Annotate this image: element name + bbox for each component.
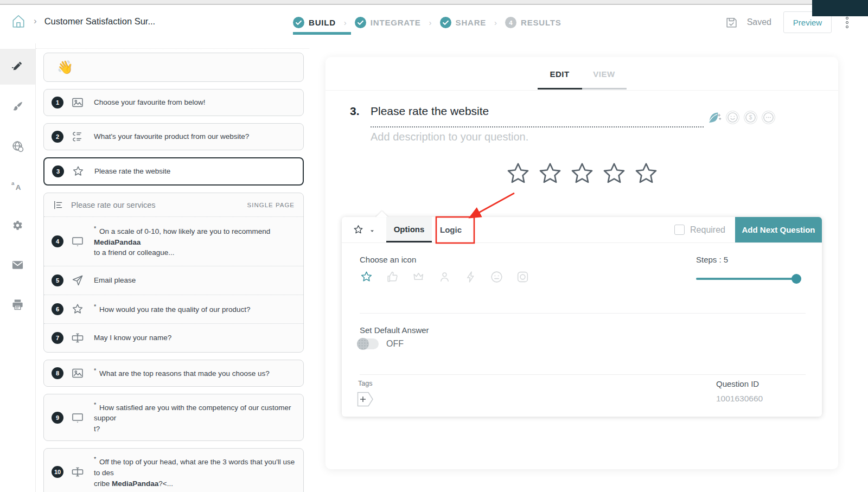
rating-star-icon[interactable] [570, 161, 595, 188]
question-group: Please rate our servicesSINGLE PAGE4* On… [43, 193, 304, 353]
breadcrumb-separator-icon: › [34, 16, 37, 27]
svg-text:4: 4 [509, 19, 513, 25]
question-card-3[interactable]: 3Please rate the website [43, 157, 304, 186]
question-card-5[interactable]: 5Email please [44, 266, 303, 295]
question-card-2[interactable]: 2What's your favourite product from our … [43, 123, 304, 150]
question-number-badge: 9 [52, 412, 63, 424]
lightning-option-icon[interactable] [464, 270, 477, 284]
person-option-icon[interactable] [438, 270, 451, 284]
question-card-10[interactable]: 10* Off the top of your head, what are t… [43, 448, 304, 492]
tab-edit[interactable]: EDIT [538, 69, 582, 90]
pencil-icon [11, 61, 24, 73]
question-card-9[interactable]: 9* How satisfied are you with the compet… [43, 394, 304, 442]
paintbrush-icon [11, 100, 24, 113]
default-answer-toggle[interactable] [357, 338, 379, 349]
question-text: * On a scale of 0-10, how likely are you… [94, 225, 296, 258]
tabs-divider [326, 90, 838, 91]
rating-star-icon[interactable] [634, 161, 659, 188]
question-description-placeholder[interactable]: Add description to your question. [371, 131, 528, 143]
question-text: * What are the top reasons that made you… [94, 367, 270, 379]
circle-box-option-icon[interactable] [516, 270, 529, 284]
active-step-underline [293, 32, 351, 35]
required-asterisk: * [94, 225, 96, 232]
rating-star-icon[interactable] [538, 161, 563, 188]
icon-options-row [360, 270, 529, 284]
required-asterisk: * [94, 367, 96, 374]
question-card-8[interactable]: 8* What are the top reasons that made yo… [43, 360, 304, 387]
editor-card: EDITVIEW 3. Please rate the website Add … [326, 57, 838, 469]
home-icon[interactable] [11, 14, 26, 29]
steps-label: Steps : 5 [696, 255, 728, 264]
slider-track [696, 278, 800, 280]
question-number-badge: 5 [52, 274, 63, 286]
step-share[interactable]: SHARE [440, 17, 487, 28]
panel-divider [360, 374, 806, 375]
printer-icon [11, 298, 24, 311]
required-toggle[interactable]: Required [674, 217, 725, 242]
steps-slider[interactable] [696, 274, 800, 284]
question-toolbar-icons: $ [707, 110, 775, 125]
question-card-7[interactable]: 7May I know your name? [44, 323, 303, 352]
survey-builder-screen: › Customer Satisfaction Sur... BUILD›INT… [0, 0, 868, 492]
add-tag-button[interactable] [357, 392, 374, 407]
panel-tab-logic[interactable]: Logic [432, 217, 470, 242]
question-settings-panel: OptionsLogic Required Add Next Question … [342, 217, 822, 417]
step-separator-icon: › [344, 18, 347, 27]
list-divider [36, 48, 309, 49]
save-status-label: Saved [747, 17, 771, 27]
tab-view[interactable]: VIEW [582, 69, 627, 90]
monitor-icon [71, 411, 84, 424]
step-results[interactable]: 4RESULTS [505, 17, 561, 28]
rail-item-printer[interactable] [0, 286, 35, 322]
rail-item-pencil[interactable] [0, 49, 35, 85]
smiley-icon[interactable] [726, 111, 739, 124]
crown-option-icon[interactable] [412, 270, 425, 284]
group-header[interactable]: Please rate our servicesSINGLE PAGE [44, 193, 303, 216]
rail-item-gear[interactable] [0, 207, 35, 243]
add-next-question-button[interactable]: Add Next Question [735, 217, 822, 242]
tags-label: Tags [358, 380, 372, 387]
question-card-1[interactable]: 1Choose your favourite from below! [43, 89, 304, 116]
step-integrate[interactable]: INTEGRATE [355, 17, 421, 28]
rail-item-globe[interactable] [0, 128, 35, 164]
rating-star-icon[interactable] [602, 161, 627, 188]
question-text: * Off the top of your head, what are the… [94, 455, 296, 489]
more-icon[interactable] [762, 111, 775, 124]
step-build[interactable]: BUILD [293, 17, 336, 28]
question-title-input[interactable]: Please rate the website [371, 105, 704, 127]
meh-smiley-option-icon[interactable] [490, 270, 503, 284]
question-text: * How would you rate the quality of our … [94, 303, 250, 315]
panel-tab-options[interactable]: Options [386, 217, 432, 242]
single-page-badge: SINGLE PAGE [247, 202, 295, 208]
survey-title[interactable]: Customer Satisfaction Sur... [44, 16, 156, 27]
question-card-6[interactable]: 6* How would you rate the quality of our… [44, 295, 303, 323]
required-asterisk: * [94, 456, 96, 462]
rating-star-icon[interactable] [506, 161, 531, 188]
panel-tabs: OptionsLogic [386, 217, 470, 242]
welcome-card[interactable]: 👋 [43, 53, 304, 82]
question-number-badge: 8 [52, 367, 63, 379]
question-text: Choose your favourite from below! [94, 97, 206, 108]
globe-icon [11, 140, 24, 152]
question-card-4[interactable]: 4* On a scale of 0-10, how likely are yo… [44, 216, 303, 266]
slider-knob[interactable] [792, 274, 801, 284]
required-checkbox[interactable] [674, 225, 685, 235]
question-type-dropdown[interactable] [342, 217, 386, 242]
step-separator-icon: › [494, 18, 497, 27]
check-circle-icon [355, 17, 366, 28]
save-status-icon [725, 16, 738, 29]
thumbs-up-option-icon[interactable] [386, 270, 399, 284]
input-icon [71, 465, 84, 478]
rail-item-translate[interactable]: aA [0, 168, 35, 203]
dollar-icon[interactable]: $ [744, 111, 757, 124]
star-option-icon[interactable] [360, 270, 373, 284]
ai-feather-icon[interactable] [707, 110, 722, 125]
toggle-knob [357, 338, 369, 350]
question-text: What's your favourite product from our w… [94, 131, 249, 142]
star-icon [71, 303, 84, 316]
rail-item-envelope[interactable] [0, 247, 35, 283]
rail-item-paintbrush[interactable] [0, 88, 35, 124]
star-icon [72, 165, 85, 178]
panel-toolbar: OptionsLogic Required Add Next Question [342, 217, 822, 243]
question-text: Please rate the website [94, 166, 170, 177]
